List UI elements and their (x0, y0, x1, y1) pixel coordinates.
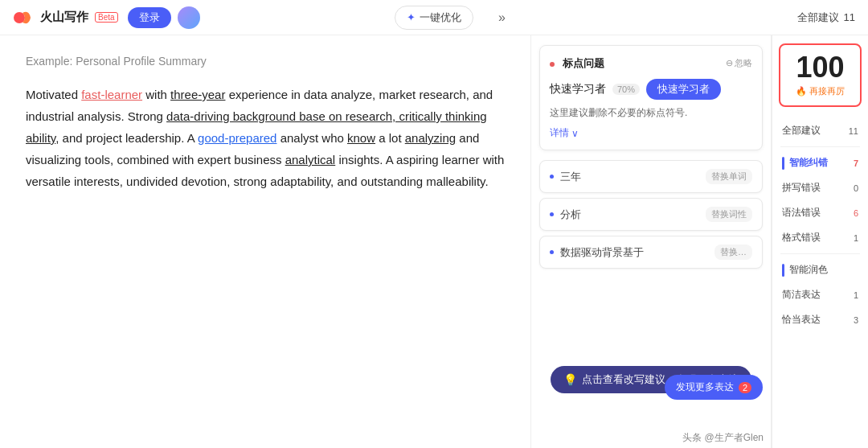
bulb-icon: 💡 (563, 373, 577, 386)
text-motivated: Motivated (26, 88, 81, 101)
menu-all-count: 11 (849, 126, 858, 136)
menu-format-error[interactable]: 格式错误 1 (772, 225, 868, 250)
menu-concise-count: 1 (854, 290, 858, 300)
menu-spell-count: 0 (854, 183, 858, 193)
score-box: 100 🔥 再接再厉 (779, 43, 862, 107)
score-number: 100 (787, 53, 854, 82)
card-label-2: 分析 (560, 208, 699, 222)
menu-smart-label: 智能纠错 (789, 156, 828, 170)
text-analytical[interactable]: analytical (285, 153, 336, 166)
menu-divider-1 (780, 146, 860, 147)
menu-smart-count: 7 (854, 158, 858, 168)
menu-divider-2 (780, 253, 860, 254)
card-label-1: 三年 (560, 170, 699, 184)
word-suggestion-row: 快速学习者 70% 快速学习者 (550, 79, 752, 100)
menu-format-label: 格式错误 (782, 231, 821, 245)
detail-label: 详情 (550, 126, 569, 140)
menu-concise-label: 简洁表达 (782, 288, 821, 302)
all-suggestions-nav-count: 11 (844, 11, 855, 23)
right-menu: 全部建议 11 智能纠错 7 拼写错误 0 语法错误 6 格式错误 (772, 115, 868, 448)
spark-icon: ✦ (407, 11, 416, 23)
menu-grammar-error[interactable]: 语法错误 6 (772, 200, 868, 225)
expand-button[interactable]: » (498, 10, 506, 25)
logo-icon (13, 6, 35, 29)
doc-title: Example: Personal Profile Summary (26, 55, 505, 68)
main-layout: Example: Personal Profile Summary Motiva… (0, 35, 868, 448)
all-suggestions-nav-label: 全部建议 (797, 10, 839, 25)
discover-badge: 2 (739, 382, 751, 393)
word-card-2[interactable]: 分析 替换词性 (539, 198, 763, 231)
punctuation-suggestion-card: 标点问题 ⊖ 忽略 快速学习者 70% 快速学习者 这里建议删除不必要的标点符号… (539, 45, 763, 150)
score-subtitle: 🔥 再接再厉 (787, 85, 854, 97)
card-dot-icon-3 (550, 212, 554, 216)
text-fast-learner[interactable]: fast-learner (81, 88, 142, 101)
text-analyst-who: analyst who (276, 131, 347, 145)
word-score: 70% (612, 84, 640, 95)
optimize-button[interactable]: ✦ 一键优化 (395, 6, 473, 30)
text-analyzing[interactable]: analyzing (405, 131, 456, 145)
text-with: with (142, 88, 170, 101)
doc-content: Motivated fast-learner with three-year e… (26, 84, 505, 192)
card-header: 标点问题 ⊖ 忽略 (550, 55, 752, 71)
score-sub-text: 再接再厉 (809, 85, 845, 97)
menu-all-suggestions[interactable]: 全部建议 11 (772, 118, 868, 143)
discover-button[interactable]: 发现更多表达 2 (665, 375, 763, 400)
card-dot-icon (550, 62, 555, 67)
card-description: 这里建议删除不必要的标点符号. (550, 106, 752, 120)
editor-area: Example: Personal Profile Summary Motiva… (0, 35, 530, 448)
original-word: 快速学习者 (550, 82, 606, 97)
menu-grammar-label: 语法错误 (782, 206, 821, 220)
right-panel: 100 🔥 再接再厉 全部建议 11 智能纠错 7 拼写错误 0 (772, 35, 868, 448)
middle-panel: 标点问题 ⊖ 忽略 快速学习者 70% 快速学习者 这里建议删除不必要的标点符号… (530, 35, 772, 448)
menu-all-label: 全部建议 (782, 124, 821, 138)
card-action-3[interactable]: 替换… (714, 245, 752, 260)
card-action-2[interactable]: 替换词性 (706, 207, 752, 222)
card-label-3: 数据驱动背景基于 (560, 245, 708, 260)
text-know[interactable]: know (347, 131, 375, 145)
fire-icon: 🔥 (796, 86, 807, 97)
chevron-down-icon: ∨ (571, 128, 579, 139)
navbar: 火山写作 Beta 登录 ✦ 一键优化 » 全部建议 11 (0, 0, 868, 35)
optimize-label: 一键优化 (420, 10, 461, 25)
card-title-area: 标点问题 (550, 55, 604, 71)
menu-proper[interactable]: 恰当表达 3 (772, 307, 868, 332)
word-suggestion-button[interactable]: 快速学习者 (646, 79, 721, 100)
logo-text: 火山写作 (40, 10, 88, 25)
text-a-lot: a lot (375, 131, 405, 145)
svg-point-0 (14, 12, 25, 23)
menu-spell-error[interactable]: 拼写错误 0 (772, 175, 868, 200)
login-button[interactable]: 登录 (128, 7, 171, 28)
discover-label: 发现更多表达 (676, 380, 734, 394)
menu-grammar-count: 6 (854, 208, 858, 218)
menu-spell-label: 拼写错误 (782, 181, 821, 195)
active-bar-icon-2 (782, 264, 784, 277)
word-card-3[interactable]: 数据驱动背景基于 替换… (539, 236, 763, 269)
card-dot-icon-4 (550, 250, 554, 254)
menu-smart-correction[interactable]: 智能纠错 7 (772, 150, 868, 175)
ignore-button[interactable]: ⊖ 忽略 (726, 57, 752, 69)
ignore-label: 忽略 (735, 57, 752, 69)
active-bar-icon (782, 157, 784, 170)
logo-area: 火山写作 Beta (13, 6, 118, 29)
suggestion-count-area: 全部建议 11 (797, 10, 855, 25)
card-action-1[interactable]: 替换单词 (706, 169, 752, 184)
text-three-year[interactable]: three-year (170, 88, 225, 101)
beta-badge: Beta (95, 12, 118, 23)
menu-proper-count: 3 (854, 315, 858, 325)
text-good-prepared[interactable]: good-prepared (198, 131, 276, 145)
word-card-1[interactable]: 三年 替换单词 (539, 160, 763, 193)
menu-smart-tone[interactable]: 智能润色 (772, 257, 868, 282)
watermark: 头条 @生产者Glen (682, 431, 764, 445)
ignore-icon: ⊖ (726, 58, 733, 68)
text-and-project: , and project leadership. A (55, 131, 198, 145)
menu-smart-tone-label: 智能润色 (789, 263, 828, 277)
menu-proper-label: 恰当表达 (782, 313, 821, 327)
detail-link[interactable]: 详情 ∨ (550, 126, 752, 140)
avatar-button[interactable] (178, 6, 200, 29)
menu-format-count: 1 (854, 233, 858, 243)
menu-concise[interactable]: 简洁表达 1 (772, 282, 868, 307)
card-dot-icon-2 (550, 175, 554, 179)
card-title: 标点问题 (563, 57, 604, 69)
